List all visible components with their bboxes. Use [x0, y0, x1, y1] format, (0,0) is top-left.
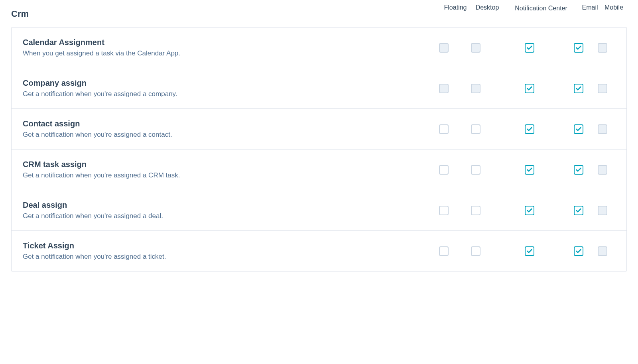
column-header-notification-center: Notification Center	[503, 4, 579, 13]
checkbox-cell-notification-center	[492, 246, 567, 256]
checkbox-desktop	[471, 43, 480, 53]
checkbox-email[interactable]	[574, 84, 583, 93]
row-text: CRM task assignGet a notification when y…	[23, 160, 428, 179]
checkbox-cell-mobile	[589, 43, 615, 53]
checkbox-notification-center[interactable]	[525, 246, 534, 256]
checkbox-cell-floating	[428, 84, 460, 93]
checkbox-cell-desktop	[460, 124, 492, 134]
checkbox-cell-desktop	[460, 84, 492, 93]
row-checkboxes	[428, 43, 615, 53]
row-description: When you get assigned a task via the Cal…	[23, 49, 420, 57]
checkbox-mobile	[598, 124, 607, 134]
checkbox-cell-email	[567, 84, 589, 93]
notification-settings-section: Crm Floating Desktop Notification Center…	[0, 0, 638, 272]
checkbox-email[interactable]	[574, 165, 583, 175]
checkbox-floating[interactable]	[439, 165, 449, 175]
section-title: Crm	[11, 4, 439, 19]
checkbox-floating	[439, 84, 449, 93]
row-title: Ticket Assign	[23, 241, 420, 250]
checkbox-cell-desktop	[460, 206, 492, 215]
settings-row: Ticket AssignGet a notification when you…	[12, 231, 626, 271]
settings-rows: Calendar AssignmentWhen you get assigned…	[11, 27, 627, 272]
checkbox-notification-center[interactable]	[525, 165, 534, 175]
checkbox-notification-center[interactable]	[525, 43, 534, 53]
checkbox-cell-mobile	[589, 206, 615, 215]
checkbox-floating[interactable]	[439, 246, 449, 256]
checkbox-cell-desktop	[460, 246, 492, 256]
checkbox-mobile	[598, 246, 607, 256]
checkbox-cell-email	[567, 246, 589, 256]
row-text: Contact assignGet a notification when yo…	[23, 119, 428, 139]
column-headers: Floating Desktop Notification Center Ema…	[439, 4, 627, 13]
settings-row: Calendar AssignmentWhen you get assigned…	[12, 28, 626, 68]
checkbox-floating[interactable]	[439, 124, 449, 134]
row-description: Get a notification when you're assigned …	[23, 212, 420, 220]
section-header: Crm Floating Desktop Notification Center…	[11, 0, 627, 27]
checkbox-mobile	[598, 43, 607, 53]
checkbox-cell-notification-center	[492, 206, 567, 215]
checkbox-cell-email	[567, 124, 589, 134]
row-checkboxes	[428, 246, 615, 256]
checkbox-cell-notification-center	[492, 43, 567, 53]
settings-row: Company assignGet a notification when yo…	[12, 68, 626, 109]
checkbox-cell-floating	[428, 43, 460, 53]
row-text: Deal assignGet a notification when you'r…	[23, 201, 428, 220]
row-title: Company assign	[23, 79, 420, 88]
checkbox-cell-floating	[428, 124, 460, 134]
row-text: Calendar AssignmentWhen you get assigned…	[23, 38, 428, 57]
row-title: Calendar Assignment	[23, 38, 420, 47]
column-header-desktop: Desktop	[471, 4, 503, 11]
checkbox-cell-email	[567, 165, 589, 175]
row-title: CRM task assign	[23, 160, 420, 169]
checkbox-desktop[interactable]	[471, 206, 480, 215]
row-description: Get a notification when you're assigned …	[23, 171, 420, 179]
checkbox-mobile	[598, 206, 607, 215]
checkbox-desktop	[471, 84, 480, 93]
checkbox-desktop[interactable]	[471, 165, 480, 175]
checkbox-floating	[439, 43, 449, 53]
checkbox-notification-center[interactable]	[525, 84, 534, 93]
checkbox-notification-center[interactable]	[525, 206, 534, 215]
checkbox-cell-mobile	[589, 84, 615, 93]
settings-row: Deal assignGet a notification when you'r…	[12, 190, 626, 231]
checkbox-desktop[interactable]	[471, 246, 480, 256]
settings-row: CRM task assignGet a notification when y…	[12, 150, 626, 190]
checkbox-cell-mobile	[589, 165, 615, 175]
checkbox-cell-floating	[428, 165, 460, 175]
row-checkboxes	[428, 84, 615, 93]
checkbox-notification-center[interactable]	[525, 124, 534, 134]
checkbox-cell-notification-center	[492, 165, 567, 175]
checkbox-cell-notification-center	[492, 124, 567, 134]
row-description: Get a notification when you're assigned …	[23, 90, 420, 98]
checkbox-cell-desktop	[460, 43, 492, 53]
checkbox-cell-mobile	[589, 246, 615, 256]
row-description: Get a notification when you're assigned …	[23, 253, 420, 261]
checkbox-cell-email	[567, 206, 589, 215]
row-title: Contact assign	[23, 119, 420, 128]
checkbox-desktop[interactable]	[471, 124, 480, 134]
checkbox-floating[interactable]	[439, 206, 449, 215]
checkbox-email[interactable]	[574, 43, 583, 53]
row-checkboxes	[428, 124, 615, 134]
row-text: Ticket AssignGet a notification when you…	[23, 241, 428, 261]
column-header-email: Email	[579, 4, 601, 11]
checkbox-cell-floating	[428, 246, 460, 256]
checkbox-email[interactable]	[574, 246, 583, 256]
row-title: Deal assign	[23, 201, 420, 210]
checkbox-cell-floating	[428, 206, 460, 215]
checkbox-mobile	[598, 84, 607, 93]
column-header-mobile: Mobile	[601, 4, 627, 11]
checkbox-cell-desktop	[460, 165, 492, 175]
checkbox-cell-notification-center	[492, 84, 567, 93]
checkbox-cell-mobile	[589, 124, 615, 134]
row-description: Get a notification when you're assigned …	[23, 131, 420, 139]
checkbox-email[interactable]	[574, 124, 583, 134]
column-header-floating: Floating	[439, 4, 471, 11]
settings-row: Contact assignGet a notification when yo…	[12, 109, 626, 150]
row-checkboxes	[428, 206, 615, 215]
row-text: Company assignGet a notification when yo…	[23, 79, 428, 98]
checkbox-mobile	[598, 165, 607, 175]
checkbox-email[interactable]	[574, 206, 583, 215]
checkbox-cell-email	[567, 43, 589, 53]
row-checkboxes	[428, 165, 615, 175]
